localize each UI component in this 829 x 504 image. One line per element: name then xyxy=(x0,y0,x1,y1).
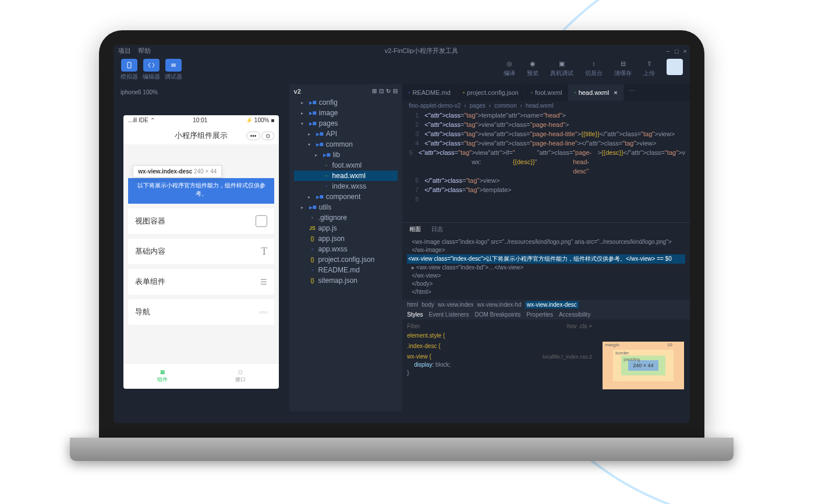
grid-icon: ▦ xyxy=(160,369,165,375)
status-left: ...ill IDE ⌃ xyxy=(128,117,154,125)
breadcrumb: fino-applet-demo-v2›pages›common›head.wx… xyxy=(402,101,690,111)
styles-tab[interactable]: DOM Breakpoints xyxy=(474,311,520,318)
devtab-console[interactable]: 日志 xyxy=(429,224,445,235)
tabbar-component[interactable]: ▦组件 xyxy=(123,364,201,389)
tree-item[interactable]: ▸▸■config xyxy=(294,97,398,108)
tree-item[interactable]: ▸▸■image xyxy=(294,108,398,118)
code-editor[interactable]: 1<"attr">class="tag">template "attr">nam… xyxy=(402,111,690,222)
max-icon[interactable]: □ xyxy=(675,48,679,55)
simulator-label: 模拟器 xyxy=(121,73,138,81)
menu-help[interactable]: 帮助 xyxy=(138,47,151,55)
editor-label: 编辑器 xyxy=(143,73,160,81)
compile-icon[interactable]: ◎ xyxy=(504,59,515,68)
tree-item[interactable]: ▫head.wxml xyxy=(294,171,398,181)
tree-item[interactable]: {}sitemap.json xyxy=(294,275,398,286)
refresh-icon[interactable]: ↻ xyxy=(386,88,391,95)
clear-cache-icon[interactable]: ⊟ xyxy=(617,59,629,68)
styles-pane[interactable]: Filter:hov .cls + element.style {.index-… xyxy=(402,320,597,411)
tree-item[interactable]: ▫README.md xyxy=(294,265,398,275)
highlighted-element[interactable]: 以下将展示小程序官方组件能力，组件样式仅供参考。 xyxy=(128,178,274,204)
editor-tab[interactable]: ▫README.md xyxy=(402,84,457,101)
device-label: iphone6 100% xyxy=(116,87,287,98)
min-icon[interactable]: − xyxy=(666,48,669,55)
svg-rect-0 xyxy=(127,62,131,68)
debugger-label: 调试器 xyxy=(165,73,182,81)
project-root: v2 xyxy=(294,88,301,95)
list-item[interactable]: 导航○○○ xyxy=(128,299,274,325)
tree-item[interactable]: {}project.config.json xyxy=(294,254,398,265)
tree-item[interactable]: ▫app.wxss xyxy=(294,244,398,254)
api-icon: ◻ xyxy=(238,369,242,375)
editor-button[interactable] xyxy=(143,59,160,72)
capsule-close-icon[interactable]: ⊙ xyxy=(261,132,274,140)
filter-input[interactable]: Filter xyxy=(407,323,420,329)
status-right: ⚡ 100% ■ xyxy=(246,117,274,125)
container-icon xyxy=(256,215,267,227)
devtools-panel: 相面日志 <wx-image class="index-logo" src=".… xyxy=(402,222,690,411)
editor-tab[interactable]: ▫foot.wxml xyxy=(525,84,569,101)
app-screen: 项目 帮助 v2-FinClip小程序开发工具 −□× 模拟器 编辑器 调试器 … xyxy=(114,45,690,423)
page-title: 小程序组件展示 xyxy=(175,130,228,141)
tabbar-api[interactable]: ◻接口 xyxy=(201,364,279,389)
capsule-more-icon[interactable]: ••• xyxy=(246,132,261,140)
dom-tree[interactable]: <wx-image class="index-logo" src="../res… xyxy=(402,236,690,300)
upload-icon[interactable]: ⇧ xyxy=(643,59,655,68)
styles-tab[interactable]: Event Listeners xyxy=(429,311,469,318)
editor-panel: ▫README.md▫project.config.json▫foot.wxml… xyxy=(402,84,690,411)
tree-item[interactable]: ▸▸■lib xyxy=(294,150,398,160)
window-title: v2-FinClip小程序开发工具 xyxy=(385,47,459,54)
tabs-more-icon[interactable]: ⋯ xyxy=(624,84,640,101)
styles-tab[interactable]: Accessibility xyxy=(559,311,590,318)
editor-tab[interactable]: ▫head.wxml× xyxy=(568,84,623,101)
close-icon[interactable]: × xyxy=(683,48,687,55)
file-explorer: v2⊞⊡↻⊟ ▸▸■config▸▸■image▾▸■pages▸▸■API▾▸… xyxy=(289,84,403,411)
tree-item[interactable]: ▫index.wxss xyxy=(294,181,398,191)
new-folder-icon[interactable]: ⊡ xyxy=(379,88,384,95)
menubar: 项目 帮助 v2-FinClip小程序开发工具 −□× xyxy=(114,45,690,56)
menu-project[interactable]: 项目 xyxy=(118,47,131,55)
preview-icon[interactable]: ◉ xyxy=(527,59,539,68)
tree-item[interactable]: ▸▸■component xyxy=(294,191,398,202)
tree-item[interactable]: JSapp.js xyxy=(294,223,398,233)
phone-simulator: ...ill IDE ⌃ 10:01 ⚡ 100% ■ 小程序组件展示 •••⊙… xyxy=(123,115,279,389)
menu-icon: ☰ xyxy=(260,278,267,286)
more-icon: ○○○ xyxy=(259,310,268,315)
tree-item[interactable]: ▸▸■utils xyxy=(294,202,398,212)
list-item[interactable]: 视图容器 xyxy=(128,208,274,234)
inspector-tooltip: wx-view.index-desc 240 × 44 xyxy=(133,165,222,178)
laptop-mockup: 项目 帮助 v2-FinClip小程序开发工具 −□× 模拟器 编辑器 调试器 … xyxy=(99,30,704,461)
simulator-panel: iphone6 100% ...ill IDE ⌃ 10:01 ⚡ 100% ■… xyxy=(114,84,289,411)
dom-breadcrumb: htmlbodywx-view.indexwx-view.index-hdwx-… xyxy=(402,300,690,310)
styles-tab[interactable]: Properties xyxy=(526,311,553,318)
text-icon: T xyxy=(261,246,267,258)
background-icon[interactable]: ↕ xyxy=(588,59,600,68)
new-file-icon[interactable]: ⊞ xyxy=(372,88,377,95)
styles-tab[interactable]: Styles xyxy=(407,311,423,318)
avatar[interactable] xyxy=(667,59,683,75)
tree-item[interactable]: ▾▸■pages xyxy=(294,118,398,129)
simulator-button[interactable] xyxy=(121,59,137,72)
toolbar: 模拟器 编辑器 调试器 ◎编译 ◉预览 ▣真机调试 ↕切后台 ⊟清缓存 ⇧上传 xyxy=(114,56,690,84)
box-model: margin10 border padding 240 × 44 xyxy=(597,320,690,411)
tree-item[interactable]: ▫foot.wxml xyxy=(294,160,398,171)
status-time: 10:01 xyxy=(193,117,207,125)
tab-close-icon[interactable]: × xyxy=(614,89,617,96)
tree-item[interactable]: {}app.json xyxy=(294,233,398,244)
tree-item[interactable]: ▸▸■API xyxy=(294,129,398,139)
list-item[interactable]: 基础内容T xyxy=(128,239,274,264)
remote-debug-icon[interactable]: ▣ xyxy=(556,59,568,68)
list-item[interactable]: 表单组件☰ xyxy=(128,269,274,294)
devtab-elements[interactable]: 相面 xyxy=(407,224,423,235)
editor-tab[interactable]: ▫project.config.json xyxy=(457,84,525,101)
tree-item[interactable]: ▾▸■common xyxy=(294,139,398,150)
tree-item[interactable]: ▫.gitignore xyxy=(294,212,398,223)
filter-controls[interactable]: :hov .cls + xyxy=(566,323,592,329)
collapse-icon[interactable]: ⊟ xyxy=(393,88,398,95)
debugger-button[interactable] xyxy=(165,59,182,72)
